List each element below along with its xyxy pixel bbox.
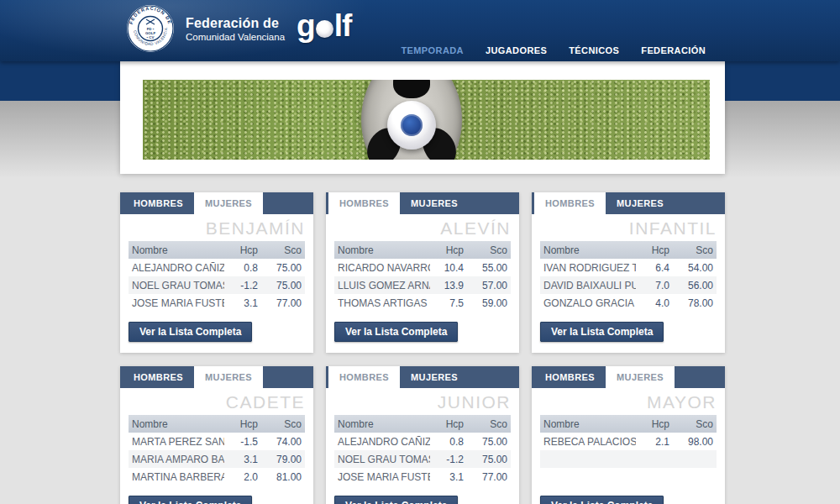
player-name: LLUIS GOMEZ ARNAU [334,276,430,294]
ver-lista-completa-button[interactable]: Ver la Lista Completa [334,496,458,504]
ranking-table: Nombre Hcp Sco REBECA PALACIOS S 2.1 98.… [540,415,717,468]
tab-mujeres[interactable]: MUJERES [606,192,675,214]
gender-tabs: HOMBRESMUJERES [532,192,725,214]
panel-infantil: HOMBRESMUJERES INFANTIL Nombre Hcp Sco I… [532,192,725,353]
main-nav: TEMPORADA JUGADORES TÉCNICOS FEDERACIÓN [401,45,706,55]
col-hcp: Hcp [636,415,673,433]
col-sco: Sco [467,415,511,433]
player-hcp: 13.9 [430,276,467,294]
tab-hombres[interactable]: HOMBRES [328,366,400,388]
player-sco: 56.00 [673,276,717,294]
ranking-table: Nombre Hcp Sco MARTA PEREZ SANMAR -1.5 7… [129,415,305,486]
player-hcp: 3.1 [430,468,467,486]
player-sco: 77.00 [261,294,305,312]
tab-hombres[interactable]: HOMBRES [534,366,606,388]
hero-card [120,61,725,174]
player-sco: 59.00 [467,294,511,312]
category-title: INFANTIL [540,218,717,241]
table-row: LLUIS GOMEZ ARNAU 13.9 57.00 [334,276,511,294]
player-hcp: 6.4 [636,259,673,276]
tab-hombres[interactable]: HOMBRES [328,192,400,214]
col-nombre: Nombre [129,241,224,259]
player-sco: 74.00 [261,433,305,450]
tab-mujeres[interactable]: MUJERES [400,192,469,214]
player-sco: 55.00 [467,259,511,276]
player-sco: 77.00 [467,468,511,486]
player-name: REBECA PALACIOS S [540,433,636,450]
player-name: MARTA PEREZ SANMAR [129,433,224,450]
tab-mujeres[interactable]: MUJERES [606,366,675,388]
col-sco: Sco [261,241,305,259]
ver-lista-completa-button[interactable]: Ver la Lista Completa [129,322,252,342]
table-row: ALEJANDRO CAÑIZARE 0.8 75.00 [334,433,511,450]
col-hcp: Hcp [224,241,261,259]
player-hcp: 3.1 [224,294,261,312]
col-hcp: Hcp [430,415,467,433]
player-hcp: 2.1 [636,433,673,450]
col-hcp: Hcp [430,241,467,259]
panel-cadete: HOMBRESMUJERES CADETE Nombre Hcp Sco MAR… [120,366,313,504]
col-nombre: Nombre [540,415,636,433]
gender-tabs: HOMBRESMUJERES [120,192,313,214]
ranking-table: Nombre Hcp Sco RICARDO NAVARRO FA 10.4 5… [334,241,511,312]
table-row: MARTINA BARBERA BEL 2.0 81.00 [129,468,305,486]
table-row: MARIA AMPARO BAIXAU 3.1 79.00 [129,450,305,468]
hero-image [143,80,710,160]
col-sco: Sco [673,241,717,259]
table-row: GONZALO GRACIA RODR 4.0 78.00 [540,294,717,312]
category-title: MAYOR [540,392,717,415]
site-logo[interactable]: FEDERACION DE GOLF COMUNIDAD VALENCIANA … [126,4,351,53]
brand-letters-lf: lf [334,8,352,44]
player-hcp: -1.2 [430,450,467,468]
player-name: NOEL GRAU TOMAS [334,450,430,468]
player-hcp: 7.5 [430,294,467,312]
table-row: IVAN RODRIGUEZ TORC 6.4 54.00 [540,259,717,276]
tab-mujeres[interactable]: MUJERES [194,366,263,388]
col-sco: Sco [673,415,717,433]
table-row: MARTA PEREZ SANMAR -1.5 74.00 [129,433,305,450]
ver-lista-completa-button[interactable]: Ver la Lista Completa [334,322,458,342]
table-row: ALEJANDRO CAÑIZARE 0.8 75.00 [129,259,305,276]
player-hcp: -1.5 [224,433,261,450]
col-nombre: Nombre [334,241,430,259]
player-name: DAVID BAIXAULI PUIG [540,276,636,294]
site-header: FEDERACION DE GOLF COMUNIDAD VALENCIANA … [0,0,840,61]
table-row: REBECA PALACIOS S 2.1 98.00 [540,433,717,450]
brand-golf-wordmark: glf [297,8,351,44]
ver-lista-completa-button[interactable]: Ver la Lista Completa [540,322,664,342]
player-hcp: 0.8 [224,259,261,276]
panel-benjamin: HOMBRESMUJERES BENJAMÍN Nombre Hcp Sco A… [120,192,313,353]
tab-hombres[interactable]: HOMBRES [123,366,194,388]
player-hcp: 10.4 [430,259,467,276]
nav-temporada[interactable]: TEMPORADA [401,45,464,55]
nav-federacion[interactable]: FEDERACIÓN [641,45,706,55]
player-sco: 98.00 [673,433,717,450]
golf-ball [387,101,436,150]
ranking-table: Nombre Hcp Sco ALEJANDRO CAÑIZARE 0.8 75… [129,241,305,312]
tab-mujeres[interactable]: MUJERES [194,192,263,214]
tab-hombres[interactable]: HOMBRES [534,192,606,214]
federation-name-line1: Federación de [186,16,285,31]
gender-tabs: HOMBRESMUJERES [120,366,313,388]
table-row: NOEL GRAU TOMAS -1.2 75.00 [129,276,305,294]
ver-lista-completa-button[interactable]: Ver la Lista Completa [540,496,664,504]
brand-letter-g: g [297,8,315,44]
table-row: THOMAS ARTIGAS COV 7.5 59.00 [334,294,511,312]
nav-jugadores[interactable]: JUGADORES [486,45,547,55]
table-row: DAVID BAIXAULI PUIG 7.0 56.00 [540,276,717,294]
col-hcp: Hcp [636,241,673,259]
ver-lista-completa-button[interactable]: Ver la Lista Completa [129,496,252,504]
player-sco: 54.00 [673,259,717,276]
category-panels-grid: HOMBRESMUJERES BENJAMÍN Nombre Hcp Sco A… [120,192,725,504]
player-hcp: 2.0 [224,468,261,486]
col-sco: Sco [261,415,305,433]
table-row: JOSE MARIA FUSTER M 3.1 77.00 [334,468,511,486]
gender-tabs: HOMBRESMUJERES [326,192,519,214]
federation-badge-icon: FEDERACION DE GOLF COMUNIDAD VALENCIANA … [126,4,175,53]
player-name: GONZALO GRACIA RODR [540,294,636,312]
player-sco: 78.00 [673,294,717,312]
ball-logo [401,114,423,136]
nav-tecnicos[interactable]: TÉCNICOS [569,45,619,55]
tab-hombres[interactable]: HOMBRES [123,192,194,214]
tab-mujeres[interactable]: MUJERES [400,366,469,388]
